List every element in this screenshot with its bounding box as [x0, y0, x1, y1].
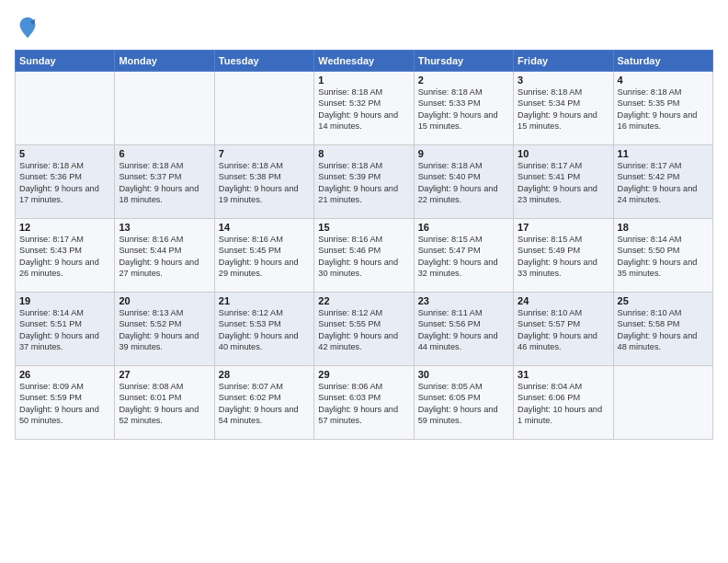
day-info: Sunrise: 8:18 AM Sunset: 5:32 PM Dayligh… — [318, 86, 409, 132]
weekday-thursday: Thursday — [414, 51, 513, 72]
day-cell: 7Sunrise: 8:18 AM Sunset: 5:38 PM Daylig… — [214, 145, 313, 219]
day-cell: 16Sunrise: 8:15 AM Sunset: 5:47 PM Dayli… — [414, 219, 513, 293]
day-number: 24 — [518, 295, 609, 306]
day-number: 11 — [618, 148, 709, 159]
day-cell: 27Sunrise: 8:08 AM Sunset: 6:01 PM Dayli… — [115, 366, 214, 440]
day-info: Sunrise: 8:18 AM Sunset: 5:37 PM Dayligh… — [119, 160, 210, 206]
day-number: 8 — [318, 148, 409, 159]
weekday-saturday: Saturday — [613, 51, 712, 72]
day-info: Sunrise: 8:10 AM Sunset: 5:57 PM Dayligh… — [518, 307, 609, 353]
day-info: Sunrise: 8:14 AM Sunset: 5:51 PM Dayligh… — [19, 307, 110, 353]
day-number: 30 — [418, 369, 509, 380]
day-number: 2 — [418, 75, 509, 86]
day-cell: 24Sunrise: 8:10 AM Sunset: 5:57 PM Dayli… — [514, 293, 613, 366]
day-cell: 4Sunrise: 8:18 AM Sunset: 5:35 PM Daylig… — [613, 72, 712, 145]
day-number: 14 — [219, 222, 310, 233]
day-number: 19 — [19, 295, 110, 306]
day-number: 18 — [618, 222, 709, 233]
day-cell: 8Sunrise: 8:18 AM Sunset: 5:39 PM Daylig… — [314, 145, 414, 219]
header — [15, 15, 713, 40]
day-info: Sunrise: 8:18 AM Sunset: 5:35 PM Dayligh… — [618, 86, 709, 132]
day-info: Sunrise: 8:18 AM Sunset: 5:39 PM Dayligh… — [318, 160, 409, 206]
day-cell: 26Sunrise: 8:09 AM Sunset: 5:59 PM Dayli… — [16, 366, 115, 440]
day-cell: 19Sunrise: 8:14 AM Sunset: 5:51 PM Dayli… — [16, 293, 115, 366]
week-row-4: 19Sunrise: 8:14 AM Sunset: 5:51 PM Dayli… — [16, 293, 713, 366]
day-cell: 9Sunrise: 8:18 AM Sunset: 5:40 PM Daylig… — [414, 145, 513, 219]
day-number: 31 — [518, 369, 609, 380]
day-number: 13 — [119, 222, 210, 233]
day-number: 12 — [19, 222, 110, 233]
day-number: 28 — [219, 369, 310, 380]
day-info: Sunrise: 8:12 AM Sunset: 5:53 PM Dayligh… — [219, 307, 310, 353]
day-info: Sunrise: 8:17 AM Sunset: 5:41 PM Dayligh… — [518, 160, 609, 206]
day-info: Sunrise: 8:06 AM Sunset: 6:03 PM Dayligh… — [318, 381, 409, 427]
day-cell: 25Sunrise: 8:10 AM Sunset: 5:58 PM Dayli… — [613, 293, 712, 366]
day-cell — [214, 72, 313, 145]
day-info: Sunrise: 8:15 AM Sunset: 5:49 PM Dayligh… — [518, 234, 609, 280]
day-number: 17 — [518, 222, 609, 233]
day-number: 5 — [19, 148, 110, 159]
day-cell: 10Sunrise: 8:17 AM Sunset: 5:41 PM Dayli… — [514, 145, 613, 219]
day-info: Sunrise: 8:08 AM Sunset: 6:01 PM Dayligh… — [119, 381, 210, 427]
logo — [15, 15, 44, 40]
page: SundayMondayTuesdayWednesdayThursdayFrid… — [0, 0, 728, 563]
day-info: Sunrise: 8:16 AM Sunset: 5:46 PM Dayligh… — [318, 234, 409, 280]
day-number: 29 — [318, 369, 409, 380]
day-cell: 30Sunrise: 8:05 AM Sunset: 6:05 PM Dayli… — [414, 366, 513, 440]
day-info: Sunrise: 8:18 AM Sunset: 5:34 PM Dayligh… — [518, 86, 609, 132]
day-number: 26 — [19, 369, 110, 380]
weekday-sunday: Sunday — [16, 51, 115, 72]
weekday-tuesday: Tuesday — [214, 51, 313, 72]
day-info: Sunrise: 8:18 AM Sunset: 5:36 PM Dayligh… — [19, 160, 110, 206]
week-row-5: 26Sunrise: 8:09 AM Sunset: 5:59 PM Dayli… — [16, 366, 713, 440]
day-info: Sunrise: 8:12 AM Sunset: 5:55 PM Dayligh… — [318, 307, 409, 353]
day-info: Sunrise: 8:11 AM Sunset: 5:56 PM Dayligh… — [418, 307, 509, 353]
day-number: 7 — [219, 148, 310, 159]
day-info: Sunrise: 8:18 AM Sunset: 5:33 PM Dayligh… — [418, 86, 509, 132]
day-cell: 2Sunrise: 8:18 AM Sunset: 5:33 PM Daylig… — [414, 72, 513, 145]
day-cell — [115, 72, 214, 145]
day-cell: 6Sunrise: 8:18 AM Sunset: 5:37 PM Daylig… — [115, 145, 214, 219]
day-number: 4 — [618, 75, 709, 86]
day-cell: 14Sunrise: 8:16 AM Sunset: 5:45 PM Dayli… — [214, 219, 313, 293]
day-cell: 1Sunrise: 8:18 AM Sunset: 5:32 PM Daylig… — [314, 72, 414, 145]
day-number: 20 — [119, 295, 210, 306]
day-info: Sunrise: 8:16 AM Sunset: 5:44 PM Dayligh… — [119, 234, 210, 280]
day-info: Sunrise: 8:14 AM Sunset: 5:50 PM Dayligh… — [618, 234, 709, 280]
day-info: Sunrise: 8:13 AM Sunset: 5:52 PM Dayligh… — [119, 307, 210, 353]
day-info: Sunrise: 8:17 AM Sunset: 5:43 PM Dayligh… — [19, 234, 110, 280]
day-info: Sunrise: 8:09 AM Sunset: 5:59 PM Dayligh… — [19, 381, 110, 427]
day-cell: 21Sunrise: 8:12 AM Sunset: 5:53 PM Dayli… — [214, 293, 313, 366]
day-number: 10 — [518, 148, 609, 159]
day-cell: 22Sunrise: 8:12 AM Sunset: 5:55 PM Dayli… — [314, 293, 414, 366]
day-number: 9 — [418, 148, 509, 159]
day-cell: 17Sunrise: 8:15 AM Sunset: 5:49 PM Dayli… — [514, 219, 613, 293]
day-cell: 18Sunrise: 8:14 AM Sunset: 5:50 PM Dayli… — [613, 219, 712, 293]
day-number: 6 — [119, 148, 210, 159]
day-info: Sunrise: 8:16 AM Sunset: 5:45 PM Dayligh… — [219, 234, 310, 280]
day-info: Sunrise: 8:15 AM Sunset: 5:47 PM Dayligh… — [418, 234, 509, 280]
day-number: 21 — [219, 295, 310, 306]
day-info: Sunrise: 8:18 AM Sunset: 5:38 PM Dayligh… — [219, 160, 310, 206]
week-row-3: 12Sunrise: 8:17 AM Sunset: 5:43 PM Dayli… — [16, 219, 713, 293]
calendar-table: SundayMondayTuesdayWednesdayThursdayFrid… — [15, 50, 713, 440]
day-cell: 23Sunrise: 8:11 AM Sunset: 5:56 PM Dayli… — [414, 293, 513, 366]
day-cell: 11Sunrise: 8:17 AM Sunset: 5:42 PM Dayli… — [613, 145, 712, 219]
weekday-wednesday: Wednesday — [314, 51, 414, 72]
week-row-1: 1Sunrise: 8:18 AM Sunset: 5:32 PM Daylig… — [16, 72, 713, 145]
weekday-header-row: SundayMondayTuesdayWednesdayThursdayFrid… — [16, 51, 713, 72]
day-info: Sunrise: 8:10 AM Sunset: 5:58 PM Dayligh… — [618, 307, 709, 353]
day-cell: 20Sunrise: 8:13 AM Sunset: 5:52 PM Dayli… — [115, 293, 214, 366]
day-number: 1 — [318, 75, 409, 86]
day-number: 25 — [618, 295, 709, 306]
week-row-2: 5Sunrise: 8:18 AM Sunset: 5:36 PM Daylig… — [16, 145, 713, 219]
day-number: 15 — [318, 222, 409, 233]
day-info: Sunrise: 8:07 AM Sunset: 6:02 PM Dayligh… — [219, 381, 310, 427]
day-info: Sunrise: 8:18 AM Sunset: 5:40 PM Dayligh… — [418, 160, 509, 206]
day-info: Sunrise: 8:17 AM Sunset: 5:42 PM Dayligh… — [618, 160, 709, 206]
day-cell: 13Sunrise: 8:16 AM Sunset: 5:44 PM Dayli… — [115, 219, 214, 293]
day-cell: 31Sunrise: 8:04 AM Sunset: 6:06 PM Dayli… — [514, 366, 613, 440]
day-number: 23 — [418, 295, 509, 306]
day-cell: 5Sunrise: 8:18 AM Sunset: 5:36 PM Daylig… — [16, 145, 115, 219]
day-info: Sunrise: 8:04 AM Sunset: 6:06 PM Dayligh… — [518, 381, 609, 427]
